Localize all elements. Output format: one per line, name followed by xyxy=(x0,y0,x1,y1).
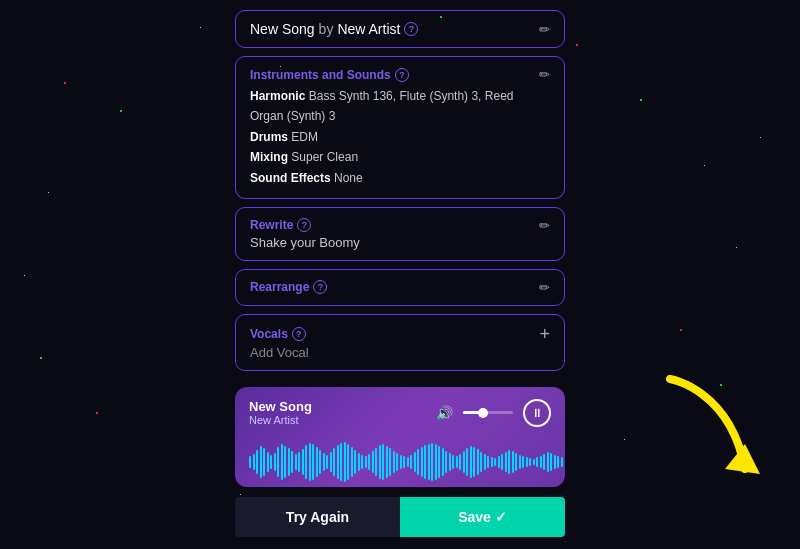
rewrite-value: Shake your Boomy xyxy=(250,235,550,250)
sound-effects-label: Sound Effects xyxy=(250,171,331,185)
play-pause-button[interactable]: ⏸ xyxy=(523,399,551,427)
rewrite-header: Rewrite ? ✏ xyxy=(250,218,550,233)
rewrite-edit-icon[interactable]: ✏ xyxy=(539,218,550,233)
vocals-card: Vocals ? + Add Vocal xyxy=(235,314,565,371)
rewrite-title: Rewrite ? xyxy=(250,218,311,232)
player-area: New Song New Artist 🔊 ⏸ xyxy=(235,387,565,487)
player-song-name: New Song xyxy=(249,399,312,414)
vocals-add-icon[interactable]: + xyxy=(539,325,550,343)
volume-slider-thumb[interactable] xyxy=(478,408,488,418)
instruments-header: Instruments and Sounds ? ✏ xyxy=(250,67,550,82)
mixing-value: Super Clean xyxy=(291,150,358,164)
song-title-text: New Song by New Artist ? xyxy=(250,21,418,37)
drums-label: Drums xyxy=(250,130,288,144)
harmonic-label: Harmonic xyxy=(250,89,305,103)
rewrite-help-icon[interactable]: ? xyxy=(297,218,311,232)
harmonic-row: Harmonic Bass Synth 136, Flute (Synth) 3… xyxy=(250,86,550,127)
player-song-info: New Song New Artist xyxy=(249,399,312,426)
player-artist-name: New Artist xyxy=(249,414,312,426)
svg-marker-0 xyxy=(725,444,760,474)
player-top: New Song New Artist 🔊 ⏸ xyxy=(249,399,551,427)
waveform[interactable] xyxy=(249,437,551,487)
rearrange-label: Rearrange xyxy=(250,280,309,294)
song-title-card: New Song by New Artist ? ✏ xyxy=(235,10,565,48)
song-edit-icon[interactable]: ✏ xyxy=(539,22,550,37)
rearrange-card: Rearrange ? ✏ xyxy=(235,269,565,306)
vocals-help-icon[interactable]: ? xyxy=(292,327,306,341)
song-name: New Song xyxy=(250,21,315,37)
rearrange-edit-icon[interactable]: ✏ xyxy=(539,280,550,295)
rearrange-help-icon[interactable]: ? xyxy=(313,280,327,294)
drums-row: Drums EDM xyxy=(250,127,550,147)
cards-area: New Song by New Artist ? ✏ Instruments a… xyxy=(235,10,565,371)
instruments-label: Instruments and Sounds xyxy=(250,68,391,82)
instruments-edit-icon[interactable]: ✏ xyxy=(539,67,550,82)
try-again-button[interactable]: Try Again xyxy=(235,497,400,537)
rearrange-header: Rearrange ? ✏ xyxy=(250,280,550,295)
vocals-title: Vocals ? xyxy=(250,327,306,341)
instruments-help-icon[interactable]: ? xyxy=(395,68,409,82)
rearrange-title: Rearrange ? xyxy=(250,280,327,294)
volume-icon: 🔊 xyxy=(436,405,453,421)
player-card: New Song New Artist 🔊 ⏸ xyxy=(235,387,565,487)
arrow-svg xyxy=(650,369,770,499)
drums-value: EDM xyxy=(291,130,318,144)
mixing-row: Mixing Super Clean xyxy=(250,147,550,167)
instruments-title: Instruments and Sounds ? xyxy=(250,68,409,82)
save-button[interactable]: Save ✓ xyxy=(400,497,565,537)
sound-effects-row: Sound Effects None xyxy=(250,168,550,188)
instruments-body: Harmonic Bass Synth 136, Flute (Synth) 3… xyxy=(250,86,550,188)
vocals-label: Vocals xyxy=(250,327,288,341)
bottom-buttons: Try Again Save ✓ xyxy=(235,497,565,537)
by-text: by xyxy=(319,21,334,37)
mixing-label: Mixing xyxy=(250,150,288,164)
sound-effects-value: None xyxy=(334,171,363,185)
instruments-card: Instruments and Sounds ? ✏ Harmonic Bass… xyxy=(235,56,565,199)
rewrite-card: Rewrite ? ✏ Shake your Boomy xyxy=(235,207,565,261)
player-controls: 🔊 ⏸ xyxy=(436,399,551,427)
song-help-icon[interactable]: ? xyxy=(404,22,418,36)
artist-name: New Artist xyxy=(337,21,400,37)
rewrite-label: Rewrite xyxy=(250,218,293,232)
song-title-header: New Song by New Artist ? ✏ xyxy=(250,21,550,37)
vocals-header: Vocals ? + xyxy=(250,325,550,343)
vocals-add-text: Add Vocal xyxy=(250,345,550,360)
volume-slider-track[interactable] xyxy=(463,411,513,414)
